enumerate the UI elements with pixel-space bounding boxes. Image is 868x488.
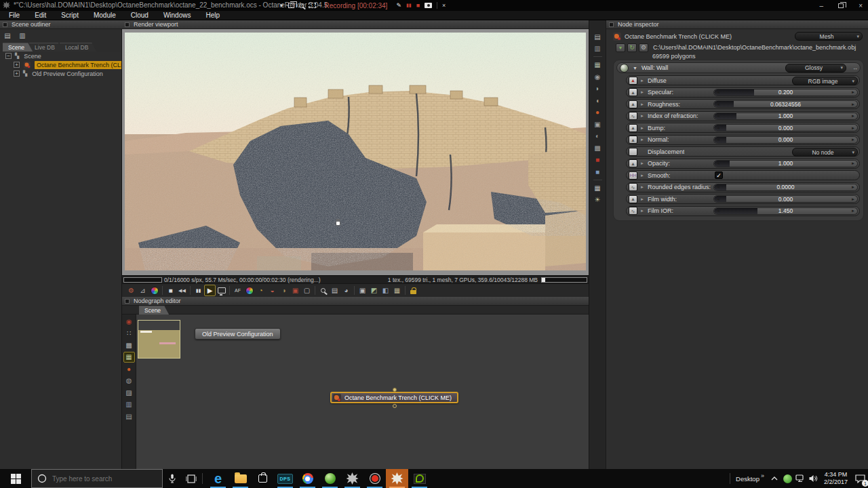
nodegraph-canvas[interactable]: Old Preview Configuration Octane Benchma… <box>136 314 589 469</box>
property-slider[interactable]: ◄ 0.0000 ► <box>713 184 858 191</box>
sync-tray-icon[interactable] <box>781 469 794 488</box>
camera-response-icon[interactable]: ◉ <box>592 71 604 82</box>
slider-decrement-icon[interactable]: ◄ <box>714 138 722 142</box>
volume-icon[interactable] <box>807 469 820 488</box>
taskbar-recorder[interactable] <box>363 469 386 488</box>
medium-nodes-icon[interactable]: ◍ <box>123 375 135 386</box>
property-node-icon[interactable]: ∿ <box>629 112 637 120</box>
expand-arrow-icon[interactable]: ► <box>640 90 644 94</box>
panel-handle-icon[interactable] <box>125 299 130 304</box>
minimize-button[interactable]: – <box>820 2 824 9</box>
pause-render-button[interactable]: ▮▮ <box>193 285 204 296</box>
render-image[interactable] <box>125 33 586 270</box>
taskbar-octane-inactive[interactable] <box>341 469 363 488</box>
slider-decrement-icon[interactable]: ◄ <box>714 90 722 94</box>
lock-resolution-button[interactable] <box>408 285 419 296</box>
slider-increment-icon[interactable]: ► <box>849 185 857 189</box>
taskbar-edge[interactable]: e <box>207 469 229 488</box>
close-button[interactable]: × <box>859 2 863 9</box>
pause-recording-icon[interactable]: ▮▮ <box>406 0 412 11</box>
expand-arrow-icon[interactable]: ► <box>640 114 644 118</box>
show-hidden-icons-chevron[interactable] <box>768 469 781 488</box>
zoom-button[interactable] <box>317 285 329 296</box>
expand-arrow-icon[interactable]: ► <box>640 102 644 106</box>
menu-item[interactable]: Help <box>198 12 227 19</box>
image-node-icon[interactable]: ▦ <box>592 60 604 70</box>
slider-increment-icon[interactable]: ► <box>849 102 857 106</box>
panel-handle-icon[interactable] <box>609 22 614 27</box>
property-slider[interactable]: ◄ 0.200 ► <box>713 89 858 96</box>
nodegraph-minimap[interactable] <box>138 320 180 359</box>
toolbar-button[interactable] <box>188 285 193 296</box>
navigation-button[interactable]: ◕ <box>340 285 352 296</box>
tree-node-label[interactable]: Old Preview Configuration <box>30 70 105 78</box>
tree-expander[interactable]: + <box>14 70 20 77</box>
search-input[interactable] <box>52 475 147 483</box>
mesh-node-icon[interactable]: ● <box>592 107 604 118</box>
output-pin[interactable] <box>393 404 397 408</box>
tree-item-old-preview[interactable]: + ▚ Old Preview Configuration <box>0 69 121 78</box>
tab-local-db[interactable]: Local DB <box>60 43 97 52</box>
property-node-icon[interactable]: ∿ <box>629 183 637 191</box>
tree-node-label[interactable]: Octane Benchmark Trench (CLICK ME) <box>35 61 121 69</box>
taskbar-dps[interactable]: DPS <box>274 469 296 488</box>
property-dropdown[interactable]: No node ▾ <box>792 148 858 157</box>
render-viewport[interactable] <box>122 29 589 275</box>
slider-increment-icon[interactable]: ► <box>849 138 857 142</box>
network-icon[interactable] <box>794 469 807 488</box>
region-render-button[interactable]: ▢ <box>301 285 313 296</box>
microphone-icon[interactable] <box>163 469 182 488</box>
property-node-icon[interactable] <box>629 148 637 156</box>
toolbar-button[interactable] <box>313 285 317 296</box>
property-node-icon[interactable]: ▲ <box>629 195 637 203</box>
expand-arrow-icon[interactable]: ► <box>640 185 644 189</box>
node-type-dropdown[interactable]: Mesh ▾ <box>795 32 863 41</box>
film-node-icon[interactable]: ▣ <box>592 119 604 129</box>
tab-scene[interactable]: Scene <box>3 43 33 52</box>
recorder-region-icon[interactable] <box>309 3 316 8</box>
node-type-icon[interactable] <box>592 178 604 182</box>
slider-decrement-icon[interactable]: ◄ <box>714 126 722 130</box>
menu-item[interactable]: Script <box>54 12 86 19</box>
copy-image-button[interactable]: ▣ <box>357 285 368 296</box>
slider-decrement-icon[interactable]: ◄ <box>714 161 722 165</box>
menu-item[interactable]: Module <box>86 12 123 19</box>
nodegraph-editor-header[interactable]: Nodegraph editor <box>122 297 589 306</box>
property-slider[interactable]: ◄ 0.000 ► <box>713 124 858 131</box>
copy-item-icon[interactable]: ▤ <box>3 31 12 40</box>
import-filter-button[interactable]: ▼ <box>616 43 625 52</box>
recorder-zoom-icon[interactable] <box>299 3 304 8</box>
node-old-preview-configuration[interactable]: Old Preview Configuration <box>195 328 281 340</box>
tree-item-scene[interactable]: − ▚ Scene <box>0 52 121 60</box>
texture-node-icon[interactable]: ◖ <box>592 95 604 106</box>
texture-nodes-icon[interactable]: ▨ <box>123 387 135 398</box>
taskbar-explorer[interactable] <box>229 469 252 488</box>
statistics-button[interactable]: ⊿ <box>137 285 149 296</box>
property-checkbox[interactable]: ✓ <box>715 171 723 179</box>
close-recorder-icon[interactable]: × <box>442 0 446 11</box>
restart-render-button[interactable]: ◀◀ <box>176 285 188 296</box>
property-node-icon[interactable]: ▲ <box>629 124 637 132</box>
taskbar-search[interactable] <box>31 469 163 488</box>
slider-increment-icon[interactable]: ► <box>849 197 857 201</box>
macro-nodes-icon[interactable]: ∷ <box>123 328 135 339</box>
panel-handle-icon[interactable] <box>125 22 130 27</box>
toolbar-button[interactable] <box>352 285 357 296</box>
slider-decrement-icon[interactable]: ◄ <box>714 209 722 213</box>
task-view-icon[interactable] <box>182 469 201 488</box>
recorder-menu-icon[interactable]: ▾ <box>280 0 283 11</box>
property-node-icon[interactable]: ▲ <box>629 88 637 96</box>
node-type-icon[interactable] <box>592 55 604 58</box>
tree-expander[interactable]: − <box>5 53 12 59</box>
expand-arrow-icon[interactable]: ► <box>640 174 644 178</box>
autofocus-button[interactable]: AF <box>232 285 243 296</box>
display-settings-button[interactable] <box>216 285 227 296</box>
menu-item[interactable]: Cloud <box>123 12 156 19</box>
expand-arrow-icon[interactable]: ► <box>640 161 644 165</box>
property-node-icon[interactable]: HH <box>629 171 637 180</box>
expand-arrow-icon[interactable]: ► <box>640 138 644 142</box>
emission-node-icon[interactable]: ■ <box>592 155 604 165</box>
taskbar-green-app[interactable] <box>319 469 341 488</box>
toolbar-button[interactable] <box>160 285 165 296</box>
slider-increment-icon[interactable]: ► <box>849 114 857 118</box>
